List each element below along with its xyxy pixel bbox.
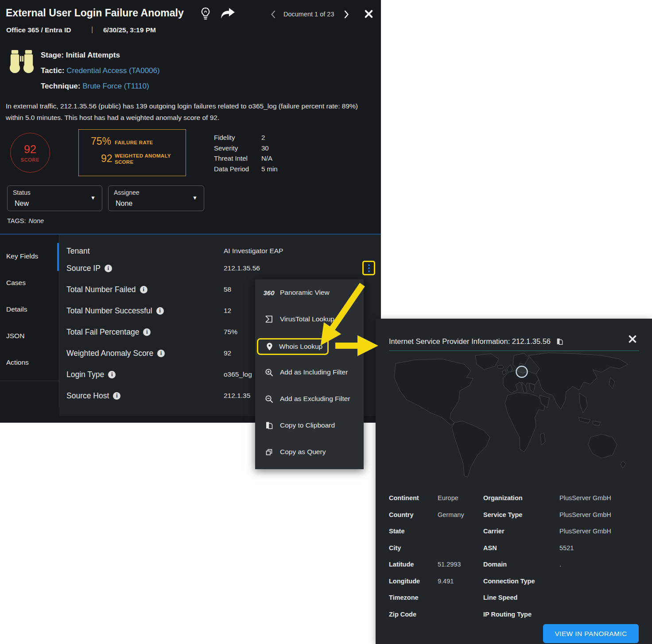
page-title: External User Login Failure Anomaly <box>6 7 184 19</box>
info-icon[interactable]: i <box>113 392 120 400</box>
failure-rate-label: FAILURE RATE <box>115 139 153 146</box>
binoculars-icon <box>9 49 35 76</box>
clipboard-icon <box>264 421 274 430</box>
close-icon <box>364 9 373 20</box>
caret-down-icon: ▼ <box>90 195 96 201</box>
stage-line: Stage: Initial Attempts <box>41 51 120 60</box>
subheader-separator: | <box>91 26 93 34</box>
share-button[interactable] <box>220 8 235 22</box>
weighted-anomaly-label: WEIGHTED ANOMALY SCORE <box>115 153 175 165</box>
doc-next-button[interactable] <box>344 10 349 20</box>
anomaly-description: In external traffic, 212.1.35.56 (public… <box>6 100 362 123</box>
score-value: 92 <box>24 143 36 156</box>
sidebar-item-key-fields[interactable]: Key Fields <box>6 252 38 261</box>
isp-row: State CarrierPlusServer GmbH <box>389 524 639 538</box>
field-row-tenant: Tenant AI Investigator EAP <box>59 245 381 257</box>
stat-row: Threat IntelN/A <box>214 153 278 164</box>
share-forward-icon <box>220 8 235 22</box>
event-timestamp: 6/30/25, 3:19 PM <box>103 26 156 34</box>
view-in-panoramic-button[interactable]: VIEW IN PANORAMIC <box>543 624 639 643</box>
sidebar-item-json[interactable]: JSON <box>6 332 24 341</box>
menu-item-add-excluding-filter[interactable]: Add as Excluding Filter <box>255 391 364 407</box>
menu-item-virustotal-lookup[interactable]: VirusTotal Lookup <box>255 311 364 327</box>
score-badge: 92 SCORE <box>10 133 50 173</box>
isp-close-button[interactable] <box>628 335 637 345</box>
info-icon[interactable]: i <box>108 371 116 378</box>
status-dropdown[interactable]: Status New ▼ <box>7 185 102 211</box>
sidebar-item-actions[interactable]: Actions <box>6 359 29 367</box>
weighted-anomaly-value: 92 <box>101 153 113 165</box>
tags-line: TAGS:None <box>7 217 44 224</box>
virustotal-icon <box>264 315 274 324</box>
kebab-icon <box>368 264 370 266</box>
stat-row: Severity30 <box>214 143 278 154</box>
doc-prev-button[interactable] <box>271 10 276 20</box>
source-ip-context-menu: 360 Panoramic View VirusTotal Lookup Who… <box>255 279 364 469</box>
source-app: Office 365 / Entra ID <box>6 26 71 34</box>
geo-marker <box>516 366 528 378</box>
menu-item-copy-to-clipboard[interactable]: Copy to Clipboard <box>255 417 364 433</box>
sidebar-item-details[interactable]: Details <box>6 305 27 314</box>
world-map <box>389 351 639 485</box>
copy-ip-button[interactable] <box>556 337 563 346</box>
insight-lightbulb-button[interactable] <box>200 7 211 23</box>
info-icon[interactable]: i <box>157 350 165 357</box>
info-icon[interactable]: i <box>143 328 151 336</box>
copy-icon <box>264 448 274 456</box>
tactic-line: Tactic: Credential Access (TA0006) <box>41 66 160 75</box>
chevron-left-icon <box>271 10 276 20</box>
stats-block: Fidelity2 Severity30 Threat IntelN/A Dat… <box>214 132 278 174</box>
info-icon[interactable]: i <box>140 286 147 293</box>
assignee-dropdown[interactable]: Assignee None ▼ <box>108 185 204 211</box>
isp-row: Timezone Line Speed <box>389 591 639 604</box>
menu-item-whois-lookup[interactable]: Whois Lookup <box>257 338 329 355</box>
isp-panel-title-row: Internet Service Provider Information: 2… <box>389 337 563 346</box>
tactic-link[interactable]: Credential Access (TA0006) <box>66 66 159 75</box>
technique-link[interactable]: Brute Force (T1110) <box>82 82 149 90</box>
zoom-in-icon <box>264 368 274 377</box>
isp-row: City ASN5521 <box>389 541 639 555</box>
zoom-out-icon <box>264 395 274 403</box>
isp-row: Longitude9.491 Connection Type <box>389 575 639 588</box>
technique-line: Technique: Brute Force (T1110) <box>41 82 149 91</box>
isp-row: Zip Code IP Routing Type <box>389 608 639 621</box>
info-icon[interactable]: i <box>156 307 164 315</box>
failure-rate-value: 75% <box>91 135 111 147</box>
page: External User Login Failure Anomaly <box>0 0 652 644</box>
isp-info-panel: Internet Service Provider Information: 2… <box>376 319 652 644</box>
location-pin-icon <box>264 342 275 351</box>
caret-down-icon: ▼ <box>192 195 198 201</box>
stat-row: Fidelity2 <box>214 132 278 143</box>
sidebar-bottom-divider <box>0 381 59 381</box>
doc-nav-label: Document 1 of 23 <box>283 11 334 18</box>
isp-panel-title: Internet Service Provider Information: 2… <box>389 337 551 346</box>
row-actions-kebab-button[interactable] <box>362 261 375 275</box>
field-row-source-ip: Source IP i 212.1.35.56 <box>59 262 381 274</box>
chevron-right-icon <box>344 10 349 20</box>
lightbulb-icon <box>200 7 211 23</box>
isp-row: ContinentEurope OrganizationPlusServer G… <box>389 491 639 505</box>
info-icon[interactable]: i <box>105 265 112 272</box>
close-icon <box>628 335 637 345</box>
score-label: SCORE <box>21 157 39 162</box>
menu-item-panoramic-view[interactable]: 360 Panoramic View <box>255 285 364 301</box>
metrics-box: 75% FAILURE RATE 92 WEIGHTED ANOMALY SCO… <box>78 129 186 176</box>
menu-item-copy-as-query[interactable]: Copy as Query <box>255 444 364 460</box>
menu-item-add-including-filter[interactable]: Add as Including Filter <box>255 364 364 380</box>
panel-close-button[interactable] <box>364 9 373 20</box>
isp-row: CountryGermany Service TypePlusServer Gm… <box>389 508 639 521</box>
isp-row: Latitude51.2993 Domain. <box>389 558 639 571</box>
360-icon: 360 <box>264 289 274 297</box>
stat-row: Data Period5 min <box>214 164 278 174</box>
sidebar-item-cases[interactable]: Cases <box>6 279 26 288</box>
